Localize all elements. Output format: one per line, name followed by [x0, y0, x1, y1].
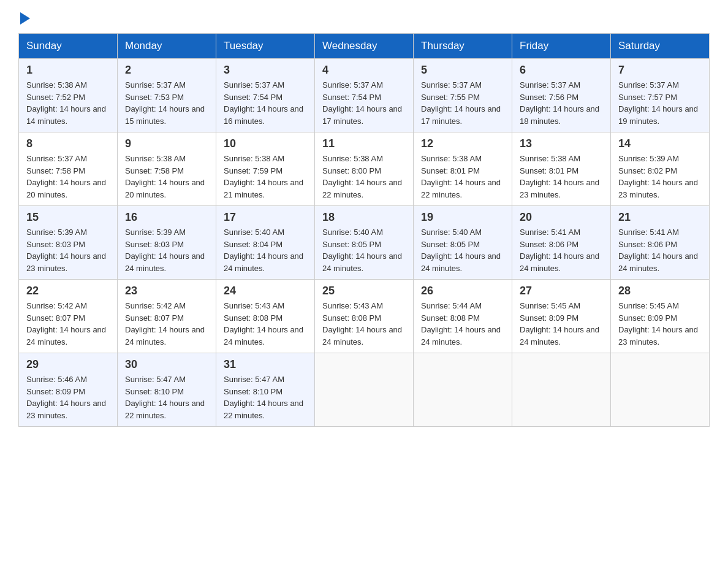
sunrise-label: Sunrise: 5:37 AM	[520, 80, 580, 90]
calendar-cell: 16 Sunrise: 5:39 AM Sunset: 8:03 PM Dayl…	[118, 206, 216, 280]
calendar-cell: 17 Sunrise: 5:40 AM Sunset: 8:04 PM Dayl…	[216, 206, 315, 280]
day-number: 25	[322, 285, 406, 297]
sunset-label: Sunset: 8:08 PM	[224, 313, 282, 323]
sunrise-label: Sunrise: 5:42 AM	[125, 301, 186, 310]
sunrise-label: Sunrise: 5:37 AM	[26, 154, 87, 163]
day-info: Sunrise: 5:46 AM Sunset: 8:09 PM Dayligh…	[26, 373, 110, 421]
day-info: Sunrise: 5:41 AM Sunset: 8:06 PM Dayligh…	[520, 226, 603, 274]
day-number: 26	[421, 285, 504, 297]
sunset-label: Sunset: 7:52 PM	[26, 93, 85, 102]
header-thursday: Thursday	[414, 34, 512, 59]
calendar-cell: 2 Sunrise: 5:37 AM Sunset: 7:53 PM Dayli…	[118, 59, 216, 132]
daylight-label: Daylight: 14 hours and 24 minutes.	[224, 251, 303, 273]
day-number: 21	[618, 211, 702, 224]
sunrise-label: Sunrise: 5:40 AM	[224, 228, 284, 237]
calendar-cell: 13 Sunrise: 5:38 AM Sunset: 8:01 PM Dayl…	[512, 132, 611, 206]
day-info: Sunrise: 5:45 AM Sunset: 8:09 PM Dayligh…	[520, 300, 603, 348]
day-number: 2	[125, 64, 208, 77]
calendar-cell: 7 Sunrise: 5:37 AM Sunset: 7:57 PM Dayli…	[611, 59, 710, 132]
sunset-label: Sunset: 7:57 PM	[618, 93, 677, 102]
week-row-4: 22 Sunrise: 5:42 AM Sunset: 8:07 PM Dayl…	[19, 280, 710, 353]
day-info: Sunrise: 5:42 AM Sunset: 8:07 PM Dayligh…	[26, 300, 110, 348]
daylight-label: Daylight: 14 hours and 22 minutes.	[421, 178, 501, 199]
calendar-cell: 20 Sunrise: 5:41 AM Sunset: 8:06 PM Dayl…	[512, 206, 611, 280]
calendar-cell	[414, 353, 512, 427]
sunrise-label: Sunrise: 5:43 AM	[224, 301, 284, 310]
calendar-cell: 1 Sunrise: 5:38 AM Sunset: 7:52 PM Dayli…	[19, 59, 118, 132]
sunrise-label: Sunrise: 5:46 AM	[26, 375, 87, 384]
calendar-cell: 3 Sunrise: 5:37 AM Sunset: 7:54 PM Dayli…	[216, 59, 315, 132]
sunrise-label: Sunrise: 5:37 AM	[618, 80, 679, 90]
sunset-label: Sunset: 7:59 PM	[224, 166, 282, 175]
day-info: Sunrise: 5:38 AM Sunset: 8:01 PM Dayligh…	[520, 153, 603, 201]
calendar-cell: 12 Sunrise: 5:38 AM Sunset: 8:01 PM Dayl…	[414, 132, 512, 206]
day-number: 23	[125, 285, 208, 297]
day-number: 1	[26, 64, 110, 77]
calendar-cell: 8 Sunrise: 5:37 AM Sunset: 7:58 PM Dayli…	[19, 132, 118, 206]
daylight-label: Daylight: 14 hours and 24 minutes.	[421, 251, 501, 273]
day-info: Sunrise: 5:39 AM Sunset: 8:03 PM Dayligh…	[26, 226, 110, 274]
day-info: Sunrise: 5:38 AM Sunset: 8:00 PM Dayligh…	[322, 153, 406, 201]
sunrise-label: Sunrise: 5:47 AM	[224, 375, 284, 384]
day-number: 3	[224, 64, 307, 77]
sunrise-label: Sunrise: 5:39 AM	[618, 154, 679, 163]
calendar-cell: 19 Sunrise: 5:40 AM Sunset: 8:05 PM Dayl…	[414, 206, 512, 280]
sunrise-label: Sunrise: 5:47 AM	[125, 375, 186, 384]
day-number: 11	[322, 137, 406, 150]
sunset-label: Sunset: 7:55 PM	[421, 93, 480, 102]
sunrise-label: Sunrise: 5:37 AM	[322, 80, 383, 90]
day-info: Sunrise: 5:38 AM Sunset: 8:01 PM Dayligh…	[421, 153, 504, 201]
daylight-label: Daylight: 14 hours and 23 minutes.	[26, 399, 106, 420]
day-info: Sunrise: 5:38 AM Sunset: 7:58 PM Dayligh…	[125, 153, 208, 201]
header-saturday: Saturday	[611, 34, 710, 59]
day-number: 8	[26, 137, 110, 150]
sunset-label: Sunset: 8:09 PM	[520, 313, 578, 323]
calendar-cell	[611, 353, 710, 427]
sunrise-label: Sunrise: 5:37 AM	[125, 80, 186, 90]
calendar-cell: 24 Sunrise: 5:43 AM Sunset: 8:08 PM Dayl…	[216, 280, 315, 353]
sunrise-label: Sunrise: 5:37 AM	[224, 80, 284, 90]
calendar-cell: 10 Sunrise: 5:38 AM Sunset: 7:59 PM Dayl…	[216, 132, 315, 206]
calendar-cell: 11 Sunrise: 5:38 AM Sunset: 8:00 PM Dayl…	[315, 132, 414, 206]
sunrise-label: Sunrise: 5:44 AM	[421, 301, 482, 310]
day-info: Sunrise: 5:47 AM Sunset: 8:10 PM Dayligh…	[224, 373, 307, 421]
sunrise-label: Sunrise: 5:39 AM	[26, 228, 87, 237]
sunset-label: Sunset: 8:01 PM	[520, 166, 578, 175]
sunrise-label: Sunrise: 5:45 AM	[520, 301, 580, 310]
calendar-cell: 23 Sunrise: 5:42 AM Sunset: 8:07 PM Dayl…	[118, 280, 216, 353]
day-number: 20	[520, 211, 603, 224]
daylight-label: Daylight: 14 hours and 24 minutes.	[322, 325, 402, 347]
day-number: 13	[520, 137, 603, 150]
header-monday: Monday	[118, 34, 216, 59]
sunrise-label: Sunrise: 5:43 AM	[322, 301, 383, 310]
sunset-label: Sunset: 8:03 PM	[125, 240, 184, 249]
day-number: 7	[618, 64, 702, 77]
sunset-label: Sunset: 8:10 PM	[125, 387, 184, 396]
day-info: Sunrise: 5:37 AM Sunset: 7:55 PM Dayligh…	[421, 79, 504, 127]
day-info: Sunrise: 5:37 AM Sunset: 7:54 PM Dayligh…	[322, 79, 406, 127]
sunrise-label: Sunrise: 5:39 AM	[125, 228, 186, 237]
sunrise-label: Sunrise: 5:37 AM	[421, 80, 482, 90]
daylight-label: Daylight: 14 hours and 24 minutes.	[520, 325, 599, 347]
sunset-label: Sunset: 8:09 PM	[618, 313, 677, 323]
sunrise-label: Sunrise: 5:38 AM	[421, 154, 482, 163]
day-number: 14	[618, 137, 702, 150]
day-number: 18	[322, 211, 406, 224]
week-row-5: 29 Sunrise: 5:46 AM Sunset: 8:09 PM Dayl…	[19, 353, 710, 427]
day-info: Sunrise: 5:37 AM Sunset: 7:54 PM Dayligh…	[224, 79, 307, 127]
sunset-label: Sunset: 8:03 PM	[26, 240, 85, 249]
daylight-label: Daylight: 14 hours and 24 minutes.	[125, 325, 205, 347]
day-number: 10	[224, 137, 307, 150]
page-header	[18, 12, 710, 27]
daylight-label: Daylight: 14 hours and 20 minutes.	[125, 178, 205, 199]
day-number: 31	[224, 358, 307, 371]
day-number: 16	[125, 211, 208, 224]
sunrise-label: Sunrise: 5:38 AM	[322, 154, 383, 163]
calendar-cell: 22 Sunrise: 5:42 AM Sunset: 8:07 PM Dayl…	[19, 280, 118, 353]
day-number: 5	[421, 64, 504, 77]
day-info: Sunrise: 5:43 AM Sunset: 8:08 PM Dayligh…	[322, 300, 406, 348]
day-info: Sunrise: 5:37 AM Sunset: 7:53 PM Dayligh…	[125, 79, 208, 127]
calendar-cell: 4 Sunrise: 5:37 AM Sunset: 7:54 PM Dayli…	[315, 59, 414, 132]
sunset-label: Sunset: 8:05 PM	[421, 240, 480, 249]
sunrise-label: Sunrise: 5:38 AM	[520, 154, 580, 163]
